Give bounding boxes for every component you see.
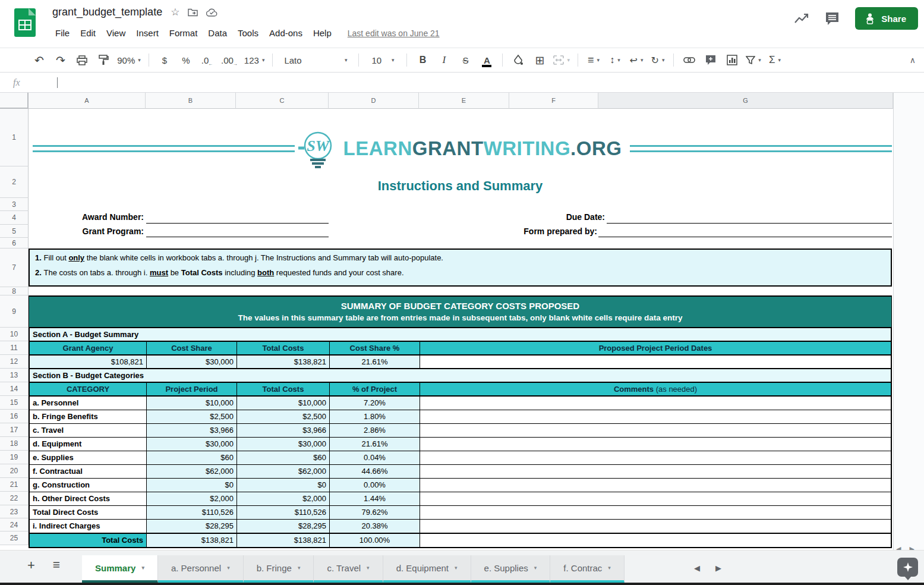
merge-cells-icon[interactable]: ▾: [553, 52, 570, 68]
row-header-22[interactable]: 22: [0, 492, 29, 505]
sheet-tab-menu-icon[interactable]: ▾: [141, 565, 144, 571]
category-cell[interactable]: e. Supplies: [30, 451, 147, 464]
instructions-box[interactable]: 1. Fill out only the blank white cells i…: [29, 249, 892, 287]
menu-file[interactable]: File: [50, 26, 75, 40]
project-period-cell[interactable]: $62,000: [147, 465, 237, 478]
comment-cell[interactable]: [420, 424, 891, 437]
header-cell[interactable]: Grant Agency: [30, 342, 147, 354]
sheet-tab-menu-icon[interactable]: ▾: [455, 565, 458, 571]
award-number-field[interactable]: [146, 211, 329, 224]
total-costs-cell[interactable]: $10,000: [237, 397, 330, 410]
total-costs-cell[interactable]: $2,000: [237, 492, 330, 505]
comment-cell[interactable]: [420, 492, 891, 505]
sheet-tab-menu-icon[interactable]: ▾: [298, 565, 301, 571]
cost-share-pct-value[interactable]: 21.61%: [330, 356, 420, 368]
row-header-10[interactable]: 10: [0, 328, 29, 341]
sheet-tab-d-equipment[interactable]: d. Equipment▾: [383, 555, 471, 583]
summary-banner[interactable]: SUMMARY OF BUDGET CATEGORY COSTS PROPOSE…: [29, 295, 892, 328]
sheet-tab-menu-icon[interactable]: ▾: [367, 565, 370, 571]
comment-cell[interactable]: [420, 520, 891, 533]
move-to-folder-icon[interactable]: [188, 8, 198, 17]
menu-view[interactable]: View: [101, 26, 131, 40]
increase-decimal-icon[interactable]: .00→: [221, 52, 238, 68]
undo-icon[interactable]: ↶: [31, 52, 47, 68]
format-percent-icon[interactable]: %: [178, 52, 194, 68]
category-cell[interactable]: d. Equipment: [30, 438, 147, 451]
comment-cell[interactable]: [420, 451, 891, 464]
column-header-D[interactable]: D: [329, 93, 419, 109]
category-cell[interactable]: c. Travel: [30, 424, 147, 437]
vertical-align-icon[interactable]: ↕▾: [607, 52, 623, 68]
total-costs-cell[interactable]: $30,000: [237, 438, 330, 451]
sheet-tab-f-contrac[interactable]: f. Contrac▾: [550, 555, 625, 583]
category-cell[interactable]: b. Fringe Benefits: [30, 410, 147, 423]
fill-color-icon[interactable]: [510, 52, 526, 68]
total-total-costs-cell[interactable]: $138,821: [237, 534, 330, 547]
row-header-21[interactable]: 21: [0, 478, 29, 492]
font-select[interactable]: Lato▾: [280, 52, 351, 68]
header-cell[interactable]: Total Costs: [237, 342, 330, 354]
header-cell[interactable]: Cost Share: [147, 342, 237, 354]
text-rotation-icon[interactable]: ↻▾: [650, 52, 666, 68]
pct-of-project-cell[interactable]: 1.44%: [330, 492, 420, 505]
comment-cell[interactable]: [420, 410, 891, 423]
category-cell[interactable]: h. Other Direct Costs: [30, 492, 147, 505]
comment-cell[interactable]: [420, 465, 891, 478]
column-header-F[interactable]: F: [509, 93, 598, 109]
font-size-select[interactable]: 10▾: [367, 52, 399, 68]
menu-edit[interactable]: Edit: [75, 26, 101, 40]
sheets-app-icon[interactable]: [14, 8, 36, 37]
total-costs-value[interactable]: $138,821: [237, 356, 330, 368]
row-header-8[interactable]: 8: [0, 287, 29, 295]
row-header-4[interactable]: 4: [0, 211, 29, 225]
due-date-label[interactable]: Due Date:: [416, 212, 605, 222]
column-header-B[interactable]: B: [146, 93, 236, 109]
row-header-7[interactable]: 7: [0, 249, 29, 287]
last-edit-link[interactable]: Last edit was on June 21: [348, 29, 440, 38]
tabs-scroll-left-icon[interactable]: ◀: [694, 564, 700, 573]
total-costs-cell[interactable]: $110,526: [237, 506, 330, 519]
row-header-6[interactable]: 6: [0, 238, 29, 249]
star-icon[interactable]: ☆: [171, 7, 179, 17]
project-period-cell[interactable]: $110,526: [147, 506, 237, 519]
menu-addons[interactable]: Add-ons: [264, 26, 308, 40]
select-all-corner[interactable]: [0, 93, 29, 109]
pct-of-project-cell[interactable]: 2.86%: [330, 424, 420, 437]
row-header-1[interactable]: 1: [0, 109, 29, 166]
row-header-5[interactable]: 5: [0, 225, 29, 238]
row-header-17[interactable]: 17: [0, 423, 29, 437]
insert-chart-icon[interactable]: [724, 52, 740, 68]
total-costs-cell[interactable]: $2,500: [237, 410, 330, 423]
menu-tools[interactable]: Tools: [232, 26, 264, 40]
menu-format[interactable]: Format: [164, 26, 203, 40]
award-number-label[interactable]: Award Number:: [29, 212, 144, 222]
row-header-13[interactable]: 13: [0, 369, 29, 382]
header-cell[interactable]: % of Project: [330, 383, 420, 395]
header-cell[interactable]: Project Period: [147, 383, 237, 395]
cost-share-value[interactable]: $30,000: [147, 356, 237, 368]
total-costs-cell[interactable]: $28,295: [237, 520, 330, 533]
strikethrough-icon[interactable]: S: [458, 52, 473, 68]
sheet-tab-e-supplies[interactable]: e. Supplies▾: [471, 555, 551, 583]
category-cell[interactable]: Total Direct Costs: [30, 506, 147, 519]
pct-of-project-cell[interactable]: 79.62%: [330, 506, 420, 519]
menu-insert[interactable]: Insert: [131, 26, 164, 40]
header-cell[interactable]: Total Costs: [237, 383, 330, 395]
total-comment-cell[interactable]: [420, 534, 891, 547]
more-formats-select[interactable]: 123▾: [244, 52, 265, 68]
row-header-9[interactable]: 9: [0, 295, 29, 328]
row-header-11[interactable]: 11: [0, 341, 29, 355]
category-cell[interactable]: f. Contractual: [30, 465, 147, 478]
row-header-16[interactable]: 16: [0, 410, 29, 423]
add-sheet-icon[interactable]: +: [27, 558, 35, 573]
pct-of-project-cell[interactable]: 21.61%: [330, 438, 420, 451]
sheet-tab-menu-icon[interactable]: ▾: [227, 565, 230, 571]
row-header-23[interactable]: 23: [0, 505, 29, 518]
document-title[interactable]: grant_budget_template: [52, 6, 162, 18]
column-header-G[interactable]: G: [598, 93, 893, 109]
sheet-tab-menu-icon[interactable]: ▾: [608, 565, 611, 571]
row-header-15[interactable]: 15: [0, 396, 29, 410]
comments-header-cell[interactable]: Comments (as needed): [420, 383, 891, 395]
sheet-tab-a-personnel[interactable]: a. Personnel▾: [158, 555, 244, 583]
category-cell[interactable]: a. Personnel: [30, 397, 147, 410]
